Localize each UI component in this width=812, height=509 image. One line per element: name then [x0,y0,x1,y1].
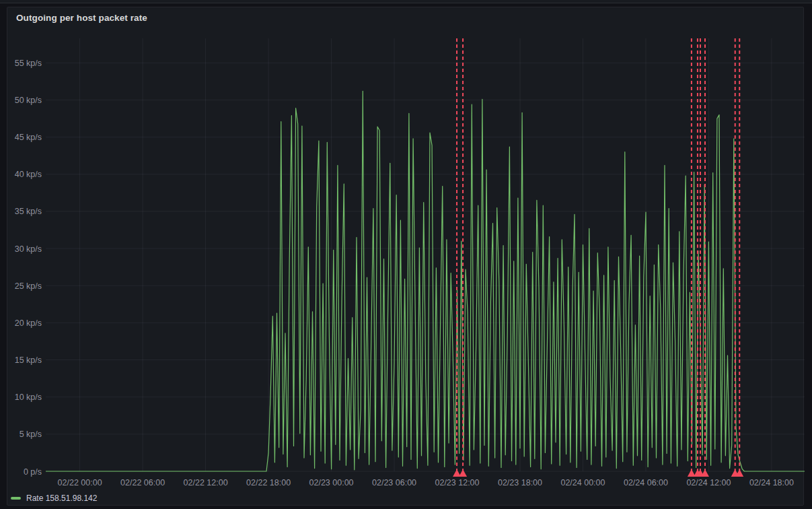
legend-series-label: Rate 158.51.98.142 [26,494,97,503]
packet-rate-panel [7,7,804,506]
legend-series-marker-icon [11,497,21,500]
legend-item[interactable]: Rate 158.51.98.142 [11,494,97,503]
panel-above-edge [0,0,812,3]
panel-title[interactable]: Outgoing per host packet rate [16,13,147,23]
